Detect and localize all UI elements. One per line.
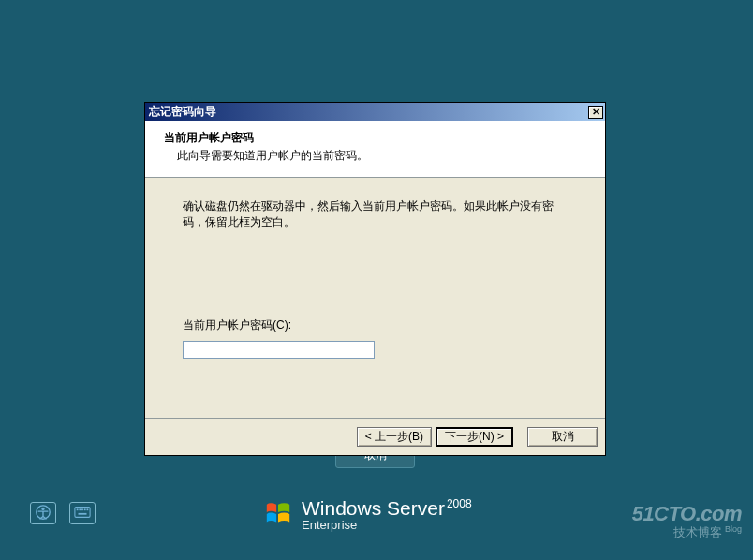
cancel-button[interactable]: 取消 (527, 427, 598, 447)
branding-text: Windows Server2008 Enterprise (302, 497, 472, 532)
svg-rect-7 (87, 508, 89, 510)
password-label: 当前用户帐户密码(C): (183, 317, 568, 333)
shell-icons (30, 502, 96, 524)
windows-branding: Windows Server2008 Enterprise (264, 497, 472, 532)
on-screen-keyboard-button[interactable] (69, 502, 96, 524)
close-icon: ✕ (592, 106, 600, 118)
svg-rect-5 (81, 508, 83, 510)
svg-rect-8 (79, 512, 87, 514)
branding-year: 2008 (447, 497, 472, 510)
wizard-header-subtitle: 此向导需要知道用户帐户的当前密码。 (164, 148, 586, 164)
ease-of-access-button[interactable] (30, 502, 56, 524)
ease-of-access-icon (35, 504, 52, 523)
wizard-header: 当前用户帐户密码 此向导需要知道用户帐户的当前密码。 (145, 121, 605, 178)
keyboard-icon (74, 504, 91, 523)
svg-rect-6 (84, 508, 86, 510)
wizard-header-title: 当前用户帐户密码 (164, 130, 586, 146)
watermark-tag: 技术博客 (673, 525, 722, 539)
wizard-body: 确认磁盘仍然在驱动器中，然后输入当前用户帐户密码。如果此帐户没有密码，保留此框为… (145, 178, 605, 419)
forgot-password-wizard: 忘记密码向导 ✕ 当前用户帐户密码 此向导需要知道用户帐户的当前密码。 确认磁盘… (144, 102, 606, 456)
watermark-blog: Blog (725, 524, 742, 534)
watermark: 51CTO.com 技术博客Blog (632, 502, 742, 541)
titlebar: 忘记密码向导 ✕ (145, 103, 605, 121)
svg-point-1 (41, 507, 44, 509)
wizard-button-row: < 上一步(B) 下一步(N) > 取消 (145, 419, 605, 455)
branding-edition: Enterprise (302, 518, 472, 532)
windows-flag-icon (264, 499, 292, 530)
password-input[interactable] (183, 341, 375, 359)
close-button[interactable]: ✕ (588, 106, 603, 119)
next-button[interactable]: 下一步(N) > (436, 427, 513, 447)
titlebar-text: 忘记密码向导 (149, 104, 216, 120)
svg-rect-4 (79, 508, 81, 510)
branding-product: Windows Server (302, 497, 445, 519)
svg-rect-2 (75, 507, 90, 517)
watermark-site: 51CTO.com (632, 502, 742, 526)
svg-rect-3 (77, 508, 79, 510)
back-button[interactable]: < 上一步(B) (357, 427, 432, 447)
wizard-instruction: 确认磁盘仍然在驱动器中，然后输入当前用户帐户密码。如果此帐户没有密码，保留此框为… (183, 199, 568, 231)
